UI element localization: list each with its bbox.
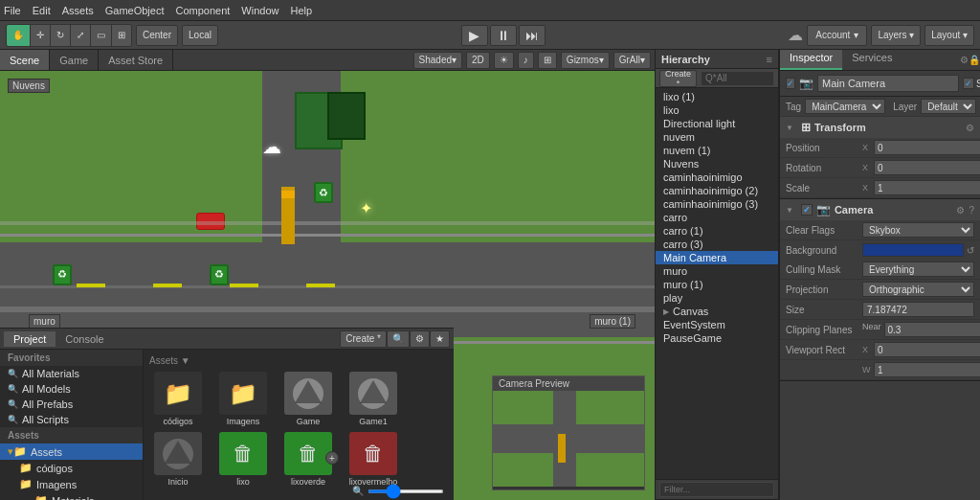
all-materials-item[interactable]: 🔍 All Materials xyxy=(0,366,143,381)
asset-game[interactable]: Game xyxy=(279,372,337,426)
menu-file[interactable]: File xyxy=(4,5,21,16)
codigos-item[interactable]: 📁 códigos xyxy=(0,460,143,476)
pause-button[interactable]: ⏸ xyxy=(490,25,517,46)
asset-lixo[interactable]: 🗑 lixo xyxy=(214,432,272,487)
all-prefabs-item[interactable]: 🔍 All Prefabs xyxy=(0,397,143,412)
asset-game1[interactable]: Game1 xyxy=(345,372,402,426)
transform-tool[interactable]: ⊞ xyxy=(112,25,131,46)
2d-button[interactable]: 2D xyxy=(466,52,490,69)
hier-main-camera[interactable]: Main Camera xyxy=(656,251,778,264)
audio-button[interactable]: ♪ xyxy=(518,52,534,69)
hand-tool[interactable]: ✋ xyxy=(7,25,31,46)
local-button[interactable]: Local xyxy=(182,25,218,46)
hier-play[interactable]: play xyxy=(656,291,778,305)
hierarchy-search[interactable] xyxy=(701,71,774,86)
camera-header[interactable]: ▼ 📷 Camera ⚙ ? xyxy=(780,199,980,220)
all-scripts-item[interactable]: 🔍 All Scripts xyxy=(0,412,143,427)
asset-codigos[interactable]: 📁 códigos xyxy=(149,372,207,426)
camera-help[interactable]: ? xyxy=(969,205,974,216)
transform-header[interactable]: ▼ ⊞ Transform ⚙ xyxy=(780,117,980,138)
grall-dropdown[interactable]: GrAll ▾ xyxy=(613,52,651,69)
menu-window[interactable]: Window xyxy=(241,5,278,16)
move-tool[interactable]: ✛ xyxy=(31,25,51,46)
asset-imagens[interactable]: 📁 Imagens xyxy=(214,372,272,426)
hier-caminhao1[interactable]: caminhaoinimigo xyxy=(656,170,778,184)
effects-button[interactable]: ⊞ xyxy=(538,52,557,69)
camera-enabled[interactable] xyxy=(801,204,813,216)
play-button[interactable]: ▶ xyxy=(461,25,488,46)
hier-nuvem[interactable]: nuvem xyxy=(656,130,778,144)
camera-gear[interactable]: ⚙ xyxy=(956,205,965,216)
imagens-item[interactable]: 📁 Imagens xyxy=(0,476,143,492)
hier-lixo1[interactable]: lixo (1) xyxy=(656,90,778,103)
rotate-tool[interactable]: ↻ xyxy=(51,25,71,46)
scale-tool[interactable]: ⤢ xyxy=(71,25,91,46)
object-name-field[interactable] xyxy=(817,75,959,92)
hier-carro1[interactable]: carro (1) xyxy=(656,224,778,238)
project-search[interactable]: 🔍 xyxy=(387,330,410,348)
clear-flags-select[interactable]: Skybox xyxy=(862,222,974,238)
services-tab[interactable]: Services xyxy=(842,50,902,70)
gizmos-dropdown[interactable]: Gizmos ▾ xyxy=(561,52,610,69)
hier-canvas[interactable]: ▶Canvas xyxy=(656,305,778,318)
hierarchy-close[interactable]: ≡ xyxy=(767,54,772,65)
inspector-tab[interactable]: Inspector xyxy=(780,50,842,70)
asset-store-tab[interactable]: Asset Store xyxy=(99,50,173,70)
rot-x[interactable] xyxy=(874,160,980,175)
asset-size-slider[interactable] xyxy=(368,489,444,493)
layout-button[interactable]: Layout ▾ xyxy=(924,25,974,46)
asset-lixoverde[interactable]: 🗑 + lixoverde xyxy=(279,432,337,487)
hierarchy-create-btn[interactable]: Create * xyxy=(659,70,697,87)
asset-inicio[interactable]: Inicio xyxy=(149,432,207,487)
menu-edit[interactable]: Edit xyxy=(33,5,51,16)
hier-nuvem1[interactable]: nuvem (1) xyxy=(656,144,778,157)
asset-lixovermelho[interactable]: 🗑 lixovermelho xyxy=(345,432,402,487)
hier-caminhao3[interactable]: caminhaoinimigo (3) xyxy=(656,197,778,211)
culling-mask-select[interactable]: Everything xyxy=(862,261,974,277)
transform-gear[interactable]: ⚙ xyxy=(966,123,974,133)
size-field[interactable] xyxy=(862,302,974,317)
assets-root-item[interactable]: ▾📁 Assets xyxy=(0,443,143,460)
lighting-button[interactable]: ☀ xyxy=(494,52,514,69)
background-color-swatch[interactable] xyxy=(862,243,964,257)
vp-x[interactable] xyxy=(874,342,980,357)
hier-nuvens[interactable]: Nuvens xyxy=(656,157,778,170)
projection-select[interactable]: Orthographic xyxy=(862,282,974,297)
center-button[interactable]: Center xyxy=(136,25,178,46)
vp-w[interactable] xyxy=(874,362,980,377)
step-button[interactable]: ⏭ xyxy=(519,25,546,46)
hier-directional-light[interactable]: Directional light xyxy=(656,117,778,130)
background-reset[interactable]: ↺ xyxy=(967,245,974,256)
project-star[interactable]: ★ xyxy=(430,330,450,348)
game-tab[interactable]: Game xyxy=(50,50,99,70)
menu-help[interactable]: Help xyxy=(290,5,312,16)
hier-lixo[interactable]: lixo xyxy=(656,103,778,117)
project-tab[interactable]: Project xyxy=(4,331,56,347)
account-button[interactable]: Account ▾ xyxy=(807,25,867,46)
rect-tool[interactable]: ▭ xyxy=(91,25,112,46)
materials-item[interactable]: 📁 Materials xyxy=(0,492,143,500)
object-enabled-checkbox[interactable] xyxy=(786,78,795,89)
layers-button[interactable]: Layers ▾ xyxy=(871,25,921,46)
hier-eventsystem[interactable]: EventSystem xyxy=(656,318,778,331)
scene-tab[interactable]: Scene xyxy=(0,50,50,70)
shaded-dropdown[interactable]: Shaded ▾ xyxy=(413,52,462,69)
project-settings[interactable]: ⚙ xyxy=(410,330,430,348)
layer-select[interactable]: Default xyxy=(921,99,976,114)
inspector-gear[interactable]: ⚙ xyxy=(960,50,969,70)
tag-select[interactable]: MainCamera xyxy=(805,99,885,114)
pos-x[interactable] xyxy=(874,140,980,155)
menu-assets[interactable]: Assets xyxy=(62,5,94,16)
project-create-btn[interactable]: Create * xyxy=(340,330,387,348)
static-checkbox[interactable] xyxy=(963,78,974,89)
hierarchy-filter-input[interactable] xyxy=(659,482,774,497)
hier-pausegame[interactable]: PauseGame xyxy=(656,331,778,345)
hier-caminhao2[interactable]: caminhaoinimigo (2) xyxy=(656,184,778,197)
hier-carro[interactable]: carro xyxy=(656,211,778,224)
hier-muro1[interactable]: muro (1) xyxy=(656,278,778,291)
scale-x[interactable] xyxy=(874,180,980,195)
all-models-item[interactable]: 🔍 All Models xyxy=(0,381,143,397)
hier-carro3[interactable]: carro (3) xyxy=(656,238,778,251)
menu-component[interactable]: Component xyxy=(175,5,230,16)
near-field[interactable] xyxy=(884,322,980,337)
